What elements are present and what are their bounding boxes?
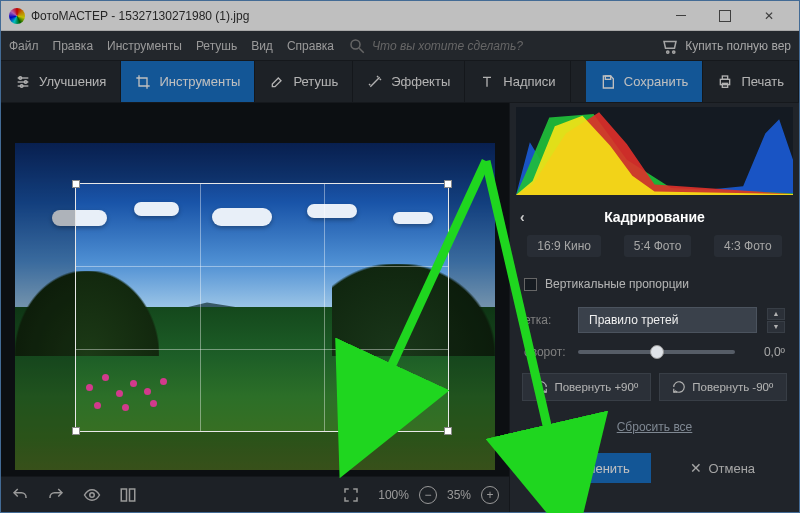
apply-button[interactable]: Применить — [522, 453, 651, 483]
rotate-minus90-button[interactable]: Повернуть -90º — [659, 373, 788, 401]
tab-text[interactable]: Надписи — [465, 61, 570, 102]
tab-tools[interactable]: Инструменты — [121, 61, 255, 102]
save-label: Сохранить — [624, 74, 689, 89]
vertical-proportions-row[interactable]: Вертикальные пропорции — [510, 267, 799, 301]
rotate-minus90-label: Повернуть -90º — [692, 381, 773, 393]
rotate-slider-row: оворот: 0,0º — [510, 339, 799, 365]
rotate-plus90-label: Повернуть +90º — [554, 381, 638, 393]
svg-line-1 — [359, 48, 364, 53]
compare-icon[interactable] — [119, 486, 137, 504]
crop-handle-bl[interactable] — [72, 427, 80, 435]
crop-handle-br[interactable] — [444, 427, 452, 435]
redo-icon[interactable] — [47, 486, 65, 504]
grid-dropdown[interactable]: Правило третей — [578, 307, 757, 333]
ratio-43[interactable]: 4:3 Фото — [714, 235, 782, 257]
buy-full-link[interactable]: Купить полную вер — [661, 37, 791, 55]
tab-retouch[interactable]: Ретушь — [255, 61, 353, 102]
grid-label: етка: — [524, 313, 568, 327]
tab-effects[interactable]: Эффекты — [353, 61, 465, 102]
svg-point-0 — [351, 40, 360, 49]
crop-icon — [135, 74, 151, 90]
ratio-54[interactable]: 5:4 Фото — [624, 235, 692, 257]
search-placeholder: Что вы хотите сделать? — [372, 39, 523, 53]
reset-link[interactable]: Сбросить все — [617, 420, 693, 434]
print-label: Печать — [741, 74, 784, 89]
rotate-cw-icon — [534, 380, 548, 394]
app-body: Файл Правка Инструменты Ретушь Вид Справ… — [1, 31, 799, 512]
cancel-label: Отмена — [708, 461, 755, 476]
zoom-value: 35% — [447, 488, 471, 502]
save-icon — [600, 74, 616, 90]
titlebar: ФотоМАСТЕР - 15327130271980 (1).jpg — [1, 1, 799, 31]
svg-rect-10 — [605, 76, 610, 79]
menubar: Файл Правка Инструменты Ретушь Вид Справ… — [1, 31, 799, 61]
content-area: 100% − 35% + ‹ Кадрирование 16:9 Кино — [1, 103, 799, 512]
menu-help[interactable]: Справка — [287, 39, 334, 53]
checkbox-icon[interactable] — [524, 278, 537, 291]
menu-edit[interactable]: Правка — [53, 39, 94, 53]
svg-rect-13 — [723, 83, 728, 87]
rotate-buttons: Повернуть +90º Повернуть -90º — [510, 365, 799, 409]
tab-text-label: Надписи — [503, 74, 555, 89]
cancel-button[interactable]: ✕ Отмена — [659, 453, 788, 483]
menu-retouch[interactable]: Ретушь — [196, 39, 237, 53]
bottom-toolbar: 100% − 35% + — [1, 476, 509, 512]
grid-row: етка: Правило третей ▲▼ — [510, 301, 799, 339]
rotate-label: оворот: — [524, 345, 568, 359]
panel-header: ‹ Кадрирование — [510, 199, 799, 231]
search-box[interactable]: Что вы хотите сделать? — [348, 37, 523, 55]
image-canvas[interactable] — [15, 113, 495, 470]
print-icon — [717, 74, 733, 90]
apply-label: Применить — [563, 461, 630, 476]
tab-tools-label: Инструменты — [159, 74, 240, 89]
grid-value: Правило третей — [589, 313, 678, 327]
grid-stepper[interactable]: ▲▼ — [767, 308, 785, 333]
save-button[interactable]: Сохранить — [586, 61, 704, 102]
window-title: ФотоМАСТЕР - 15327130271980 (1).jpg — [31, 9, 659, 23]
vertical-proportions-label: Вертикальные пропорции — [545, 277, 689, 291]
crop-handle-tl[interactable] — [72, 180, 80, 188]
wand-icon — [367, 74, 383, 90]
buy-full-label: Купить полную вер — [685, 39, 791, 53]
menu-view[interactable]: Вид — [251, 39, 273, 53]
rotate-plus90-button[interactable]: Повернуть +90º — [522, 373, 651, 401]
text-icon — [479, 74, 495, 90]
tab-enhance-label: Улучшения — [39, 74, 106, 89]
zoom-in-button[interactable]: + — [481, 486, 499, 504]
app-window: ФотоМАСТЕР - 15327130271980 (1).jpg Файл… — [0, 0, 800, 513]
print-button[interactable]: Печать — [703, 61, 799, 102]
ratio-169[interactable]: 16:9 Кино — [527, 235, 601, 257]
fit-icon[interactable] — [342, 486, 360, 504]
maximize-button[interactable] — [703, 2, 747, 30]
canvas-area: 100% − 35% + — [1, 103, 509, 512]
tab-enhance[interactable]: Улучшения — [1, 61, 121, 102]
rotate-slider[interactable] — [578, 350, 735, 354]
minimize-button[interactable] — [659, 2, 703, 30]
check-icon — [543, 461, 557, 475]
back-icon[interactable]: ‹ — [520, 209, 525, 225]
svg-point-3 — [673, 50, 675, 52]
crop-handle-tr[interactable] — [444, 180, 452, 188]
menu-tools[interactable]: Инструменты — [107, 39, 182, 53]
svg-point-14 — [90, 492, 95, 497]
zoom-out-button[interactable]: − — [419, 486, 437, 504]
svg-point-2 — [667, 50, 669, 52]
tab-retouch-label: Ретушь — [293, 74, 338, 89]
panel-title: Кадрирование — [604, 209, 705, 225]
main-toolbar: Улучшения Инструменты Ретушь Эффекты Над… — [1, 61, 799, 103]
sliders-icon — [15, 74, 31, 90]
slider-thumb[interactable] — [650, 345, 664, 359]
eye-icon[interactable] — [83, 486, 101, 504]
histogram — [516, 107, 793, 195]
reset-row: Сбросить все — [510, 409, 799, 443]
brush-icon — [269, 74, 285, 90]
svg-rect-16 — [130, 489, 135, 501]
tab-effects-label: Эффекты — [391, 74, 450, 89]
apply-row: Применить ✕ Отмена — [510, 443, 799, 487]
close-button[interactable] — [747, 2, 791, 30]
crop-box[interactable] — [75, 183, 449, 432]
rotate-ccw-icon — [672, 380, 686, 394]
undo-icon[interactable] — [11, 486, 29, 504]
menu-file[interactable]: Файл — [9, 39, 39, 53]
zoom-100-label[interactable]: 100% — [378, 488, 409, 502]
